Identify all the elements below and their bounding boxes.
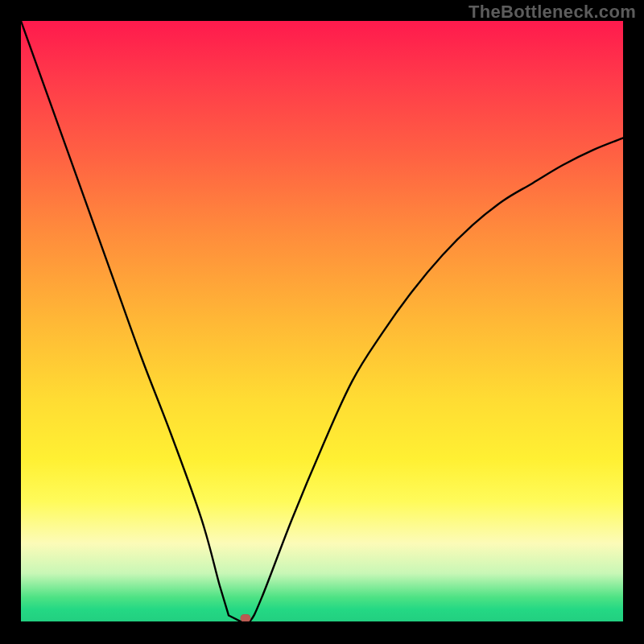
chart-frame: TheBottleneck.com <box>0 0 644 644</box>
bottleneck-curve <box>21 21 623 621</box>
plot-area <box>21 21 623 621</box>
optimal-point-marker <box>241 614 251 621</box>
watermark-text: TheBottleneck.com <box>469 2 636 23</box>
